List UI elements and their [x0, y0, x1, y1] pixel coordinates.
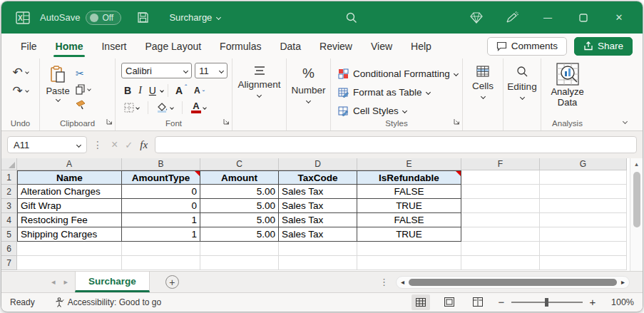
chevron-down-icon[interactable] [170, 106, 174, 110]
search-icon[interactable] [345, 11, 358, 24]
minimize-button[interactable]: — [533, 6, 563, 30]
cell-B7[interactable] [122, 256, 200, 270]
cell-F1[interactable] [461, 170, 540, 185]
cell-C3[interactable]: 5.00 [200, 199, 279, 213]
cell-D4[interactable]: Sales Tax [279, 213, 357, 227]
clipboard-dialog-launcher[interactable] [106, 115, 113, 128]
name-box[interactable]: A11 [7, 136, 87, 153]
ribbon-tab-page-layout[interactable]: Page Layout [136, 34, 210, 58]
scrollbar-resize-grip[interactable]: ⋮ [372, 277, 396, 287]
ribbon-tab-formulas[interactable]: Formulas [210, 34, 270, 58]
chevron-down-icon[interactable] [203, 106, 207, 110]
cell-G5[interactable] [540, 227, 627, 242]
document-title[interactable]: Surcharge [169, 12, 220, 23]
chevron-down-icon[interactable] [76, 142, 81, 147]
cells-group[interactable]: Cells [463, 58, 504, 130]
sheet-tab-surcharge[interactable]: Surcharge [75, 272, 150, 292]
cell-G4[interactable] [540, 213, 627, 227]
row-header-5[interactable]: 5 [1, 227, 17, 242]
format-painter-button[interactable] [76, 98, 91, 111]
ribbon-tab-view[interactable]: View [362, 34, 402, 58]
cell-C5[interactable]: 5.00 [200, 227, 279, 242]
zoom-slider[interactable] [511, 302, 583, 303]
insert-function-icon[interactable]: fx [140, 139, 148, 151]
sheet-prev-arrow[interactable]: ◂ [51, 277, 56, 287]
row-header-2[interactable]: 2 [1, 185, 17, 199]
vertical-scroll-thumb[interactable] [633, 172, 640, 227]
ribbon-tab-home[interactable]: Home [46, 34, 93, 58]
autosave-toggle[interactable]: Off [86, 11, 121, 25]
increase-font-button[interactable]: Aˆ [173, 85, 190, 96]
accessibility-status[interactable]: Accessibility: Good to go [55, 297, 161, 307]
cell-F4[interactable] [461, 213, 540, 227]
zoom-out-button[interactable]: − [497, 296, 506, 308]
cell-E1[interactable]: IsRefundable [357, 170, 461, 185]
cell-styles-button[interactable]: Cell Styles [338, 101, 462, 120]
font-color-button[interactable]: A [188, 102, 209, 113]
ribbon-tab-review[interactable]: Review [310, 34, 362, 58]
ribbon-tab-help[interactable]: Help [402, 34, 441, 58]
share-button[interactable]: Share [574, 37, 633, 56]
ribbon-tab-insert[interactable]: Insert [92, 34, 136, 58]
premium-diamond-icon[interactable] [461, 6, 491, 30]
zoom-slider-thumb[interactable] [545, 298, 548, 307]
format-as-table-button[interactable]: Format as Table [338, 83, 462, 101]
enter-check-icon[interactable]: ✓ [125, 140, 133, 150]
scroll-right-arrow[interactable]: ▸ [621, 278, 625, 286]
column-header-D[interactable]: D [279, 158, 357, 170]
cell-D3[interactable]: Sales Tax [279, 199, 357, 213]
fill-color-button[interactable] [154, 103, 176, 113]
font-name-select[interactable]: Calibri [121, 63, 192, 78]
sheet-next-arrow[interactable]: ▸ [64, 277, 68, 287]
cell-C4[interactable]: 5.00 [200, 213, 279, 227]
cell-B3[interactable]: 0 [122, 199, 200, 213]
alignment-group[interactable]: Alignment [232, 58, 287, 130]
save-icon[interactable] [137, 11, 149, 24]
page-break-view-button[interactable] [469, 294, 487, 310]
zoom-in-button[interactable]: + [588, 296, 597, 308]
conditional-formatting-button[interactable]: Conditional Formatting [338, 64, 462, 83]
comments-button[interactable]: Comments [487, 37, 567, 56]
copy-button[interactable] [76, 83, 91, 96]
cell-F5[interactable] [461, 227, 540, 242]
cell-G6[interactable] [540, 242, 627, 256]
ribbon-tab-file[interactable]: File [11, 34, 46, 58]
cell-E3[interactable]: TRUE [357, 199, 461, 213]
formula-input[interactable] [155, 136, 637, 153]
cell-A1[interactable]: Name [17, 170, 122, 185]
collapse-ribbon-chevron[interactable] [623, 119, 628, 124]
decrease-font-button[interactable]: Aˇ [191, 86, 208, 96]
row-header-4[interactable]: 4 [1, 213, 17, 227]
scroll-up-arrow[interactable]: ▴ [635, 158, 638, 169]
feedback-pen-icon[interactable] [497, 6, 527, 30]
cell-B4[interactable]: 1 [122, 213, 200, 227]
chevron-down-icon[interactable] [25, 70, 29, 74]
chevron-down-icon[interactable] [160, 88, 164, 93]
cell-A4[interactable]: Restocking Fee [17, 213, 122, 227]
cell-E5[interactable]: TRUE [357, 227, 461, 242]
cell-A3[interactable]: Gift Wrap [17, 199, 122, 213]
cell-E6[interactable] [357, 242, 461, 256]
column-header-B[interactable]: B [122, 158, 200, 170]
cell-D6[interactable] [279, 242, 357, 256]
cell-C2[interactable]: 5.00 [200, 185, 279, 199]
row-header-3[interactable]: 3 [1, 199, 17, 213]
column-header-C[interactable]: C [200, 158, 279, 170]
chevron-down-icon[interactable] [55, 97, 60, 102]
cell-B5[interactable]: 1 [122, 227, 200, 242]
chevron-down-icon[interactable] [87, 87, 91, 91]
italic-button[interactable]: I [136, 85, 145, 96]
cell-D2[interactable]: Sales Tax [279, 185, 357, 199]
vertical-scrollbar[interactable]: ▴ [630, 158, 643, 271]
page-layout-view-button[interactable] [440, 294, 459, 310]
maximize-button[interactable] [568, 6, 598, 30]
normal-view-button[interactable] [412, 294, 430, 310]
cell-E2[interactable]: FALSE [357, 185, 461, 199]
cell-F3[interactable] [461, 199, 540, 213]
font-dialog-launcher[interactable] [223, 115, 230, 128]
editing-group[interactable]: Editing [504, 58, 541, 130]
cell-F7[interactable] [461, 256, 540, 270]
zoom-level[interactable]: 100% [607, 297, 634, 307]
cell-A2[interactable]: Alteration Charges [17, 185, 122, 199]
font-size-select[interactable]: 11 [195, 63, 228, 78]
